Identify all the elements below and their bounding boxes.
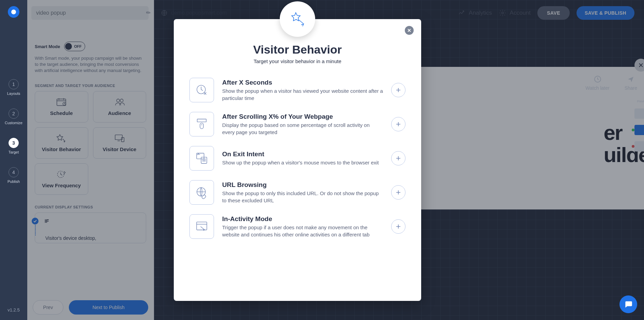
clock-x-icon — [189, 78, 214, 102]
add-url-browsing[interactable] — [391, 185, 405, 200]
rail-step-target[interactable]: 3 Target — [9, 138, 19, 154]
star-cursor-icon — [289, 11, 306, 28]
rail-step-layouts[interactable]: 1 Layouts — [7, 79, 20, 96]
inactivity-icon — [189, 214, 214, 239]
plus-icon — [396, 121, 401, 127]
modal-subtitle: Target your visitor behavior in a minute — [189, 58, 405, 64]
opt-exit-intent: On Exit Intent Show up the popup when a … — [189, 141, 405, 175]
close-icon — [407, 28, 411, 32]
modal-badge-icon — [280, 1, 315, 37]
chat-icon — [624, 300, 633, 309]
visitor-behavior-modal: Visitor Behavior Target your visitor beh… — [174, 19, 421, 301]
nav-rail: 1 Layouts 2 Customize 3 Target 4 Publish… — [0, 0, 27, 320]
exit-intent-icon — [189, 146, 214, 171]
add-exit-intent[interactable] — [391, 151, 405, 165]
rail-step-customize[interactable]: 2 Customize — [5, 108, 22, 125]
plus-icon — [396, 156, 401, 161]
add-after-scroll[interactable] — [391, 117, 405, 131]
plus-icon — [396, 190, 401, 195]
plus-icon — [396, 224, 401, 229]
opt-after-x-seconds: After X Seconds Show the popup when a vi… — [189, 73, 405, 107]
rail-step-publish[interactable]: 4 Publish — [7, 167, 20, 184]
opt-after-scroll: After Scrolling X% of Your Webpage Displ… — [189, 107, 405, 141]
svg-rect-12 — [200, 123, 203, 129]
svg-rect-11 — [197, 119, 206, 122]
globe-link-icon — [189, 180, 214, 205]
add-after-x-seconds[interactable] — [391, 83, 405, 97]
chat-widget[interactable] — [619, 295, 637, 313]
plus-icon — [396, 87, 401, 93]
app-logo[interactable] — [8, 6, 19, 18]
svg-rect-16 — [197, 222, 207, 230]
modal-close-button[interactable] — [405, 26, 414, 35]
opt-url-browsing: URL Browsing Show the popup to only this… — [189, 175, 405, 209]
app-version: v1.2.5 — [7, 307, 19, 312]
modal-title: Visitor Behavior — [189, 43, 405, 56]
opt-inactivity: In-Activity Mode Trigger the popup if a … — [189, 209, 405, 244]
scroll-icon — [189, 112, 214, 136]
add-inactivity[interactable] — [391, 219, 405, 234]
